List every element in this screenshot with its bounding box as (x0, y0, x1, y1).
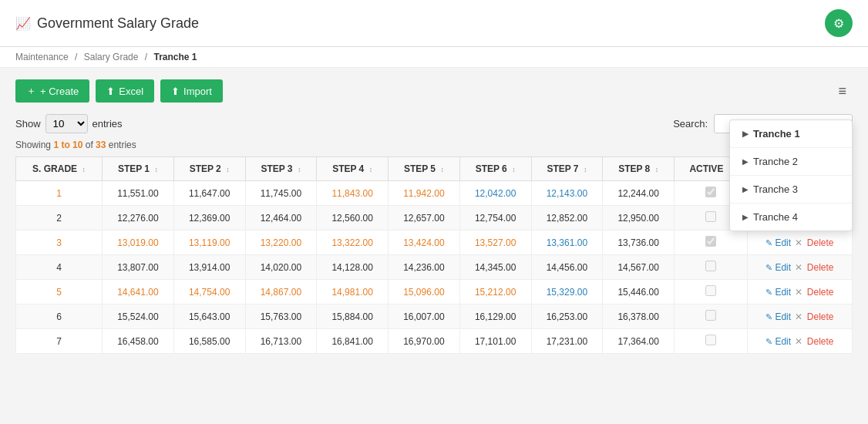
col-step2[interactable]: STEP 2 ↕ (173, 157, 245, 181)
dropdown-tranche1[interactable]: ▶ Tranche 1 (730, 120, 852, 148)
edit-link[interactable]: Edit (775, 287, 791, 298)
cell-s7: 15,329.00 (531, 280, 603, 305)
entries-total: 33 (96, 140, 106, 150)
tranche4-label: Tranche 4 (753, 211, 798, 223)
cell-actions: ✎ Edit ✕ Delete (747, 305, 852, 329)
col-sgrade[interactable]: S. GRADE ↕ (16, 157, 103, 181)
cell-grade: 3 (16, 231, 103, 255)
cell-actions: ✎ Edit ✕ Delete (747, 231, 852, 255)
cell-s1: 11,551.00 (103, 181, 174, 206)
chart-icon: 📈 (15, 16, 31, 31)
cell-grade: 2 (16, 206, 103, 231)
col-step1[interactable]: STEP 1 ↕ (103, 157, 174, 181)
col-step8[interactable]: STEP 8 ↕ (603, 157, 675, 181)
cell-s5: 13,424.00 (389, 231, 460, 255)
cell-s8: 12,950.00 (603, 206, 675, 231)
col-step4[interactable]: STEP 4 ↕ (317, 157, 389, 181)
cell-actions: ✎ Edit ✕ Delete (747, 280, 852, 305)
active-checkbox[interactable] (705, 236, 716, 247)
cell-s1: 16,458.00 (103, 329, 174, 354)
cell-s7: 16,253.00 (531, 305, 603, 329)
active-checkbox[interactable] (705, 335, 716, 345)
entries-range: 1 to 10 (53, 140, 82, 150)
delete-link[interactable]: Delete (807, 262, 834, 273)
cell-s5: 12,657.00 (389, 206, 460, 231)
cell-s8: 17,364.00 (603, 329, 675, 354)
data-table: S. GRADE ↕ STEP 1 ↕ STEP 2 ↕ STEP 3 ↕ ST… (15, 156, 853, 354)
cell-s2: 14,754.00 (173, 280, 245, 305)
dropdown-tranche4[interactable]: ▶ Tranche 4 (730, 204, 852, 231)
action-separator: ✕ (795, 336, 802, 347)
cell-s6: 16,129.00 (459, 305, 531, 329)
delete-link[interactable]: Delete (807, 311, 834, 322)
cell-s5: 16,007.00 (389, 305, 460, 329)
delete-link[interactable]: Delete (807, 336, 834, 347)
delete-link[interactable]: Delete (807, 287, 834, 298)
tranche2-label: Tranche 2 (753, 156, 798, 167)
cell-s7: 12,143.00 (531, 181, 603, 206)
avatar[interactable]: ⚙ (825, 9, 853, 37)
cell-s6: 15,212.00 (459, 280, 531, 305)
cell-s3: 14,867.00 (245, 280, 317, 305)
cell-s3: 13,220.00 (245, 231, 317, 255)
dropdown-tranche3[interactable]: ▶ Tranche 3 (730, 176, 852, 204)
menu-icon-button[interactable]: ≡ (832, 79, 853, 103)
edit-icon: ✎ (765, 238, 772, 247)
delete-link[interactable]: Delete (807, 237, 834, 248)
table-row: 716,458.0016,585.0016,713.0016,841.0016,… (16, 329, 853, 354)
col-step5[interactable]: STEP 5 ↕ (389, 157, 460, 181)
entries-select[interactable]: 10 25 50 100 (45, 114, 88, 133)
table-row: 615,524.0015,643.0015,763.0015,884.0016,… (16, 305, 853, 329)
cell-s6: 12,754.00 (459, 206, 531, 231)
tranche-dropdown: ▶ Tranche 1 ▶ Tranche 2 ▶ Tranche 3 ▶ Tr… (729, 119, 853, 231)
edit-link[interactable]: Edit (775, 311, 791, 322)
edit-link[interactable]: Edit (775, 262, 791, 273)
edit-link[interactable]: Edit (775, 237, 791, 248)
cell-s6: 12,042.00 (459, 181, 531, 206)
cell-s3: 16,713.00 (245, 329, 317, 354)
cell-s4: 11,843.00 (317, 181, 389, 206)
active-checkbox[interactable] (705, 211, 716, 222)
dropdown-tranche2[interactable]: ▶ Tranche 2 (730, 148, 852, 176)
table-header-row: S. GRADE ↕ STEP 1 ↕ STEP 2 ↕ STEP 3 ↕ ST… (16, 157, 853, 181)
cell-s4: 16,841.00 (317, 329, 389, 354)
cell-s2: 13,119.00 (173, 231, 245, 255)
cell-s2: 15,643.00 (173, 305, 245, 329)
cell-s2: 13,914.00 (173, 255, 245, 280)
cell-s2: 12,369.00 (173, 206, 245, 231)
col-step6[interactable]: STEP 6 ↕ (459, 157, 531, 181)
cell-s6: 17,101.00 (459, 329, 531, 354)
cell-active (675, 329, 748, 354)
breadcrumb-salary-grade[interactable]: Salary Grade (84, 52, 139, 62)
cell-s4: 15,884.00 (317, 305, 389, 329)
show-label: Show (15, 118, 41, 130)
table-row: 111,551.0011,647.0011,745.0011,843.0011,… (16, 181, 853, 206)
edit-icon: ✎ (765, 263, 772, 272)
import-button[interactable]: ⬆ Import (160, 79, 223, 103)
cell-s3: 15,763.00 (245, 305, 317, 329)
table-row: 313,019.0013,119.0013,220.0013,322.0013,… (16, 231, 853, 255)
create-button[interactable]: ＋ + Create (15, 79, 89, 103)
header: 📈 Government Salary Grade ⚙ (0, 0, 868, 47)
dropdown-arrow-2: ▶ (742, 157, 749, 166)
active-checkbox[interactable] (705, 310, 716, 321)
header-title-group: 📈 Government Salary Grade (15, 15, 199, 32)
col-step3[interactable]: STEP 3 ↕ (245, 157, 317, 181)
active-checkbox[interactable] (705, 285, 716, 296)
cell-s7: 17,231.00 (531, 329, 603, 354)
table-row: 514,641.0014,754.0014,867.0014,981.0015,… (16, 280, 853, 305)
entries-label: entries (93, 118, 123, 130)
cell-s8: 15,446.00 (603, 280, 675, 305)
cell-s2: 16,585.00 (173, 329, 245, 354)
excel-button[interactable]: ⬆ Excel (96, 79, 154, 103)
cell-s4: 14,128.00 (317, 255, 389, 280)
col-step7[interactable]: STEP 7 ↕ (531, 157, 603, 181)
table-row: 413,807.0013,914.0014,020.0014,128.0014,… (16, 255, 853, 280)
cell-s1: 13,019.00 (103, 231, 174, 255)
active-checkbox[interactable] (705, 187, 716, 197)
dropdown-arrow-4: ▶ (742, 213, 749, 221)
action-separator: ✕ (795, 262, 802, 273)
edit-link[interactable]: Edit (775, 336, 791, 347)
breadcrumb-maintenance[interactable]: Maintenance (15, 52, 69, 62)
active-checkbox[interactable] (705, 261, 716, 271)
